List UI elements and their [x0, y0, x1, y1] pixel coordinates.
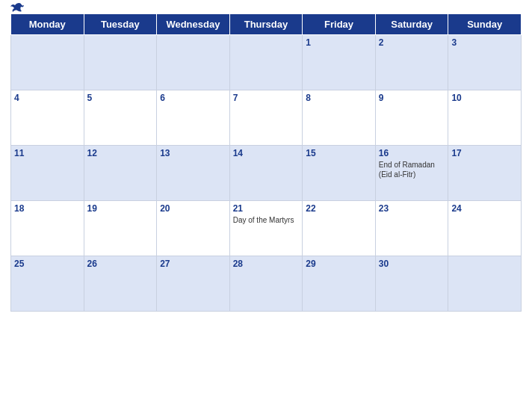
calendar-cell: 22: [303, 201, 376, 256]
calendar-body: 12345678910111213141516End of Ramadan (E…: [11, 35, 522, 312]
day-number: 5: [87, 93, 154, 103]
day-number: 18: [14, 203, 81, 214]
weekday-header-wednesday: Wednesday: [157, 14, 230, 35]
calendar-cell: 10: [448, 90, 522, 146]
calendar-cell: 26: [84, 256, 157, 312]
day-number: 12: [87, 148, 154, 158]
day-number: 26: [87, 259, 154, 269]
day-number: 16: [379, 148, 445, 158]
calendar-cell: 19: [84, 201, 157, 256]
day-number: 6: [160, 93, 226, 103]
calendar-cell: 20: [157, 201, 230, 256]
day-number: 14: [233, 148, 300, 158]
day-number: 11: [14, 148, 81, 158]
calendar-cell: 2: [375, 35, 448, 90]
calendar-cell: 13: [157, 146, 230, 201]
day-number: 15: [306, 148, 372, 158]
calendar-cell: 23: [375, 201, 448, 256]
logo-bird-icon: [10, 2, 24, 13]
calendar-cell: 5: [84, 90, 157, 146]
calendar-cell: 7: [229, 90, 303, 146]
day-number: 3: [451, 37, 518, 48]
day-number: 20: [160, 203, 226, 214]
weekday-header-monday: Monday: [11, 14, 84, 35]
week-row-2: 45678910: [11, 90, 522, 146]
calendar-cell: 29: [303, 256, 376, 312]
weekday-header-tuesday: Tuesday: [84, 14, 157, 35]
day-number: 19: [87, 203, 154, 214]
day-number: 29: [306, 259, 372, 269]
calendar-cell: 24: [448, 201, 522, 256]
logo: [10, 2, 25, 13]
day-number: 25: [14, 259, 81, 269]
holiday-text: End of Ramadan (Eid al-Fitr): [379, 160, 445, 179]
day-number: 17: [451, 148, 518, 158]
calendar-cell: 16End of Ramadan (Eid al-Fitr): [375, 146, 448, 201]
calendar-cell: 28: [229, 256, 303, 312]
day-number: 2: [379, 37, 445, 48]
calendar-cell: [157, 35, 230, 90]
calendar-table: MondayTuesdayWednesdayThursdayFridaySatu…: [10, 13, 522, 312]
day-number: 1: [306, 37, 372, 48]
calendar-cell: 1: [303, 35, 376, 90]
weekday-header-thursday: Thursday: [229, 14, 303, 35]
calendar-cell: 4: [11, 90, 84, 146]
calendar-cell: 30: [375, 256, 448, 312]
day-number: 13: [160, 148, 226, 158]
day-number: 27: [160, 259, 226, 269]
day-number: 22: [306, 203, 372, 214]
day-number: 10: [451, 93, 518, 103]
week-row-3: 111213141516End of Ramadan (Eid al-Fitr)…: [11, 146, 522, 201]
weekday-header-saturday: Saturday: [375, 14, 448, 35]
day-number: 9: [379, 93, 445, 103]
calendar-cell: 15: [303, 146, 376, 201]
calendar-cell: 14: [229, 146, 303, 201]
calendar-cell: 25: [11, 256, 84, 312]
day-number: 7: [233, 93, 300, 103]
week-row-1: 123: [11, 35, 522, 90]
weekday-row: MondayTuesdayWednesdayThursdayFridaySatu…: [11, 14, 522, 35]
day-number: 21: [233, 203, 300, 214]
calendar-cell: 27: [157, 256, 230, 312]
calendar-cell: 3: [448, 35, 522, 90]
calendar-cell: 18: [11, 201, 84, 256]
day-number: 28: [233, 259, 300, 269]
week-row-4: 18192021Day of the Martyrs222324: [11, 201, 522, 256]
weekday-header-sunday: Sunday: [448, 14, 522, 35]
calendar-container: MondayTuesdayWednesdayThursdayFridaySatu…: [0, 0, 532, 411]
week-row-5: 252627282930: [11, 256, 522, 312]
calendar-cell: [84, 35, 157, 90]
holiday-text: Day of the Martyrs: [233, 215, 300, 225]
calendar-cell: [448, 256, 522, 312]
day-number: 24: [451, 203, 518, 214]
day-number: 4: [14, 93, 81, 103]
calendar-cell: 11: [11, 146, 84, 201]
day-number: 23: [379, 203, 445, 214]
calendar-cell: 12: [84, 146, 157, 201]
logo-blue-text: [10, 2, 25, 13]
weekday-header-friday: Friday: [303, 14, 376, 35]
calendar-cell: 6: [157, 90, 230, 146]
calendar-cell: 21Day of the Martyrs: [229, 201, 303, 256]
calendar-cell: [11, 35, 84, 90]
calendar-cell: 17: [448, 146, 522, 201]
calendar-cell: 8: [303, 90, 376, 146]
calendar-cell: [229, 35, 303, 90]
calendar-header-row: MondayTuesdayWednesdayThursdayFridaySatu…: [11, 14, 522, 35]
calendar-cell: 9: [375, 90, 448, 146]
day-number: 8: [306, 93, 372, 103]
day-number: 30: [379, 259, 445, 269]
